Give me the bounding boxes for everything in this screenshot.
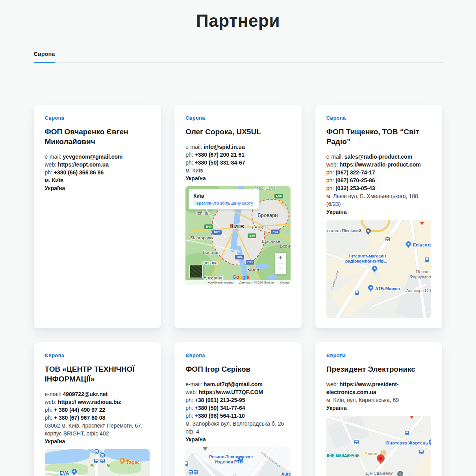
region-label: Європа [185, 352, 291, 358]
contact-line-label: ph: [45, 415, 54, 421]
contact-line-value: +380 (50) 341-77-64 [195, 405, 245, 411]
contact-line-value: м. Київ, вул. Кирилівська, 69 [326, 397, 399, 403]
region-label: Європа [326, 115, 432, 121]
view-larger-map-link[interactable]: Переглянути збільшену карту [193, 200, 255, 206]
metro-icon: М [91, 463, 94, 468]
contact-line-label: ph: [185, 413, 194, 419]
satellite-toggle-thumbnail[interactable] [189, 265, 203, 278]
contact-line: м. Львів вул. Б. Хмельницького, 188 (6/2… [326, 192, 432, 208]
contact-line-label: web: [326, 381, 339, 387]
contact-line: Україна [45, 437, 150, 445]
map-lake [267, 274, 278, 279]
map-label-town: Ірпінь [196, 211, 208, 215]
restaurant-pin [120, 458, 125, 463]
partner-card: Європа Президент Электроникс web: https:… [315, 342, 443, 476]
tab-europe[interactable]: Європа [34, 51, 55, 63]
partner-title: ФОП Ігор Сєріков [185, 364, 291, 374]
bus-stop-icon [419, 450, 424, 454]
map-info-card: Київ Переглянути збільшену карту [189, 189, 259, 209]
map-label-autocopa: Autocopa СТО [406, 288, 432, 293]
map-label-town: Козин [247, 267, 259, 272]
partner-title: Олег Сорока, UX5UL [185, 127, 291, 137]
map-label-shop: радіокомпонентів... [345, 259, 387, 263]
map-embed-kyiv[interactable]: парк «Заліс реби Ірпінь Бровари Київ ДВР… [185, 186, 291, 285]
zoom-in-button[interactable]: + [275, 253, 286, 263]
zoom-out-button[interactable]: − [275, 264, 286, 274]
map-label-shop: Інтернет-магазин [349, 254, 386, 258]
map-embed-zaporizhzhia[interactable]: Резино-Технические Изделия РТИ Autoc янс… [185, 447, 291, 476]
contact-line-label: ph: [185, 152, 194, 158]
contact-line-value: (032) 253-05-43 [335, 185, 375, 191]
contact-line-value: Україна [185, 175, 206, 182]
map-embed-lviv[interactable]: вокзал Північний Епіцентр Інтернет-магаз… [326, 220, 432, 318]
contact-lines: e-mail: yevgenom@gmail.comweb: https://e… [45, 153, 150, 192]
keyboard-shortcuts-link[interactable]: Комбінації клавіш [207, 281, 233, 284]
contact-line: web: https://www.UT7QF.COM [185, 388, 291, 396]
contact-line-label: ph: [45, 407, 54, 413]
region-label: Європа [185, 115, 291, 121]
terms-link[interactable]: Умови [280, 281, 289, 284]
region-label: Європа [326, 352, 432, 358]
contact-line: ph: +380 (66) 366 86 86 [45, 169, 150, 176]
partner-card: Європа ФОП Овчаренко Євген Миколайович e… [34, 105, 161, 328]
partner-card: Європа ФОП Ігор Сєріков e-mail: ham.ut7q… [174, 342, 302, 476]
bus-stop-icon [355, 291, 359, 295]
contact-line-label: ph: [185, 405, 194, 411]
google-letter: g [242, 274, 245, 280]
map-attribution-bar: Комбінації клавіш Дані карт ©2024 Google… [185, 280, 291, 285]
contact-line-label: web: [185, 389, 198, 395]
contact-line: Україна [45, 184, 150, 192]
map-info-title: Київ [193, 193, 255, 199]
contact-line-value: 4909722@ukr.net [63, 391, 107, 397]
bus-stop-icon [100, 459, 105, 463]
contact-line: м. Київ [45, 176, 150, 184]
contact-line-value: https:// www.radioua.biz [58, 399, 121, 405]
region-label: Європа [45, 352, 150, 358]
contact-line: м. Київ, вул. Кирилівська, 69 [326, 396, 432, 404]
contact-line: ph: (067) 322-74-17 [326, 169, 432, 176]
map-label-church: Дім Євангелія [366, 471, 394, 476]
partner-cards-grid: Європа ФОП Овчаренко Євген Миколайович e… [34, 105, 443, 476]
contact-line-value: (067) 670-25-86 [335, 177, 375, 183]
google-logo: Google [232, 274, 249, 280]
map-embed-nyvky[interactable]: М М М EVA Тарас М Нивки 1-й Автоцентр Sk… [45, 449, 150, 476]
contact-lines: web: https://www.president-electronics.c… [326, 380, 432, 412]
page-title: Партнери [34, 11, 443, 31]
place-pin [372, 266, 377, 271]
map-label-maidan: овий майданчик [326, 453, 359, 457]
road-badge: E40 [248, 233, 256, 238]
contact-line-value: yevgenom@gmail.com [63, 154, 122, 160]
map-label-town: Білогородка [190, 235, 215, 240]
eva-pin [72, 469, 77, 474]
contact-line-value: м. Львів вул. Б. Хмельницького, 188 (6/2… [326, 193, 418, 207]
contact-line-value: Україна [326, 209, 347, 215]
contact-line: web: https://www.radio-product.com [326, 161, 432, 169]
contact-line-label: e-mail: [326, 154, 344, 160]
contact-line-label: ph: [326, 185, 335, 191]
metro-icon: М [107, 463, 110, 468]
map-label-epicentr: Епіцентр [413, 243, 432, 247]
contact-line: e-mail: ham.ut7qf@gmail.com [185, 380, 291, 388]
contact-lines: e-mail: info@spid.in.uaph: +380 (67) 200… [185, 143, 291, 182]
region-label: Європа [45, 115, 150, 121]
red-marker-tip [420, 222, 424, 227]
page-container: Партнери Європа Європа ФОП Овчаренко Євг… [34, 11, 443, 476]
contact-line: web: https://www.president-electronics.c… [326, 380, 432, 396]
map-label-town: ДВРЗ [252, 225, 263, 230]
map-label-street: м'янської [225, 472, 237, 476]
contact-line: web: https://eopt.com.ua [45, 161, 150, 169]
contact-line-label: web: [45, 161, 58, 168]
contact-line-value: м. Київ [185, 167, 203, 174]
contact-line: e-mail: sales@radio-product.com [326, 153, 432, 161]
partner-card: Європа ТОВ «ЦЕНТР ТЕХНІЧНОЇ ІНФОРМАЦІЇ» … [34, 342, 161, 476]
bus-stop-icon [425, 257, 429, 262]
contact-line-label: e-mail: [185, 144, 204, 150]
map-label-poro: Фарбування Д [410, 274, 432, 279]
road-badge: M07 [212, 230, 222, 235]
partner-card: Європа Олег Сорока, UX5UL e-mail: info@s… [174, 105, 302, 328]
red-marker-tip [410, 416, 414, 421]
contact-line-label: ph: [185, 397, 194, 403]
map-label-town: Боярка [203, 250, 217, 255]
map-label-poro: Порош [416, 269, 430, 274]
map-embed-kyrylivska[interactable]: Кінотеатр Жовтень овий майданчик Пікнік … [326, 416, 432, 476]
